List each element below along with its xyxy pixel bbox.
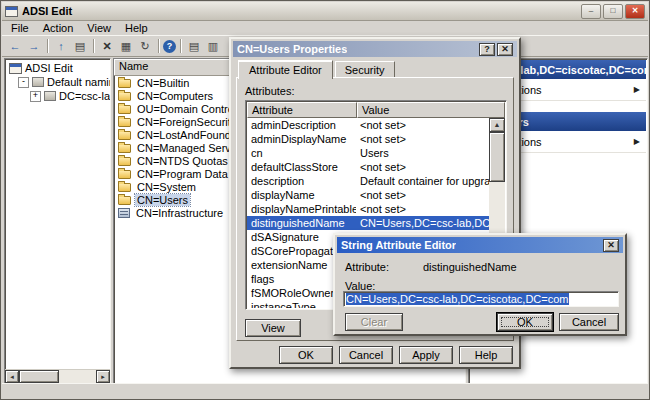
attribute-row[interactable]: adminDescription<not set> <box>247 118 489 132</box>
cancel-button[interactable]: Cancel <box>339 346 393 364</box>
attribute-name-value: distinguishedName <box>423 261 517 273</box>
attribute-label: Attribute: <box>345 261 389 273</box>
attribute-value: <not set> <box>356 202 489 216</box>
menu-file[interactable]: File <box>4 21 36 35</box>
attribute-name: displayNamePrintable <box>247 202 356 216</box>
tab-strip: Attribute Editor Security <box>238 60 397 78</box>
attribute-value: Default container for upgraded user acco… <box>356 174 489 188</box>
view-button[interactable]: View <box>245 319 301 337</box>
value-input[interactable]: CN=Users,DC=csc-lab,DC=ciscotac,DC=com <box>343 291 619 307</box>
status-bar <box>2 383 648 398</box>
adsi-edit-app-icon <box>5 6 18 17</box>
folder-icon <box>118 157 131 166</box>
string-editor-titlebar[interactable]: String Attribute Editor ✕ <box>337 237 623 253</box>
list-item-label: CN=Program Data <box>135 168 230 180</box>
properties-dialog-titlebar[interactable]: CN=Users Properties ? ✕ <box>233 41 517 57</box>
scrollbar-thumb[interactable] <box>19 370 59 383</box>
up-level-icon[interactable]: ↑ <box>52 38 70 54</box>
folder-icon <box>118 118 131 127</box>
show-tree-icon[interactable]: ▤ <box>185 38 203 54</box>
list-item-label: CN=Users <box>135 194 190 206</box>
apply-button[interactable]: Apply <box>399 346 453 364</box>
clear-button[interactable]: Clear <box>345 313 403 331</box>
dialog-close-icon[interactable]: ✕ <box>497 43 513 56</box>
properties-dialog-title: CN=Users Properties <box>237 43 347 55</box>
folder-icon <box>118 92 131 101</box>
folder-icon <box>118 79 131 88</box>
tree-horizontal-scrollbar[interactable]: ◂ ▸ <box>5 369 110 383</box>
attribute-row[interactable]: displayNamePrintable<not set> <box>247 202 489 216</box>
tree-root-adsi-edit[interactable]: ADSI Edit <box>5 61 110 75</box>
attribute-row[interactable]: descriptionDefault container for upgrade… <box>247 174 489 188</box>
cancel-button[interactable]: Cancel <box>559 313 619 331</box>
show-actions-icon[interactable]: ▥ <box>204 38 222 54</box>
attribute-name: distinguishedName <box>247 216 356 230</box>
help-icon[interactable]: ? <box>163 40 176 53</box>
attribute-value: CN=Users,DC=csc-lab,DC=ciscotac,DC=com <box>356 216 489 230</box>
attribute-row[interactable]: adminDisplayName<not set> <box>247 132 489 146</box>
attribute-row[interactable]: distinguishedNameCN=Users,DC=csc-lab,DC=… <box>247 216 489 230</box>
window-titlebar[interactable]: ADSI Edit – □ ✕ <box>2 2 648 21</box>
scroll-left-icon[interactable]: ◂ <box>5 370 19 383</box>
menu-action[interactable]: Action <box>36 21 81 35</box>
value-column-header[interactable]: Value <box>357 102 505 118</box>
infrastructure-icon <box>118 208 130 218</box>
tree-item-default-naming-context[interactable]: - Default naming con <box>5 75 110 89</box>
menu-help[interactable]: Help <box>118 21 155 35</box>
minimize-icon[interactable]: – <box>581 4 601 19</box>
close-icon[interactable]: ✕ <box>625 4 645 19</box>
folder-icon <box>118 196 131 205</box>
list-item-label: CN=LostAndFound <box>135 129 233 141</box>
toolbar-separator <box>158 39 159 53</box>
attribute-row[interactable]: defaultClassStore<not set> <box>247 160 489 174</box>
ok-button[interactable]: OK <box>497 313 553 331</box>
tab-security[interactable]: Security <box>335 61 395 78</box>
delete-icon[interactable]: ✕ <box>98 38 116 54</box>
ok-button[interactable]: OK <box>279 346 333 364</box>
folder-icon <box>118 144 131 153</box>
tab-attribute-editor[interactable]: Attribute Editor <box>238 60 333 79</box>
scrollbar-thumb[interactable] <box>489 132 505 182</box>
attributes-table-header: Attribute Value <box>247 102 505 118</box>
naming-context-icon <box>32 77 44 87</box>
properties-icon[interactable]: ▦ <box>117 38 135 54</box>
back-icon[interactable]: ← <box>6 38 24 54</box>
folder-icon <box>118 170 131 179</box>
scroll-up-icon[interactable]: ▲ <box>489 118 505 132</box>
attribute-name: adminDisplayName <box>247 132 356 146</box>
attribute-name: adminDescription <box>247 118 356 132</box>
collapse-expander-icon[interactable]: - <box>18 77 29 88</box>
forward-icon[interactable]: → <box>25 38 43 54</box>
maximize-icon[interactable]: □ <box>603 4 623 19</box>
window-controls: – □ ✕ <box>581 4 645 19</box>
tree-root-label: ADSI Edit <box>25 62 73 74</box>
dialog-close-icon[interactable]: ✕ <box>603 239 619 252</box>
scroll-right-icon[interactable]: ▸ <box>96 370 110 383</box>
attribute-value: <not set> <box>356 132 489 146</box>
attribute-column-header[interactable]: Attribute <box>247 102 357 118</box>
help-button[interactable]: Help <box>459 346 513 364</box>
expand-expander-icon[interactable]: + <box>30 91 41 102</box>
tree-item-dc-csc-lab[interactable]: + DC=csc-lab,DC <box>5 89 110 103</box>
console-icon <box>9 63 22 74</box>
more-actions-arrow-icon: ▶ <box>634 85 640 94</box>
folder-icon <box>118 131 131 140</box>
export-list-icon[interactable]: ▤ <box>71 38 89 54</box>
toolbar-separator <box>47 39 48 53</box>
attribute-row[interactable]: displayName<not set> <box>247 188 489 202</box>
list-item-label: CN=NTDS Quotas <box>135 155 230 167</box>
context-help-icon[interactable]: ? <box>479 43 495 56</box>
tree-pane: ADSI Edit - Default naming con + DC=csc-… <box>4 58 111 384</box>
attribute-name: description <box>247 174 356 188</box>
attribute-value: Users <box>356 146 489 160</box>
menu-view[interactable]: View <box>80 21 118 35</box>
refresh-icon[interactable]: ↻ <box>136 38 154 54</box>
toolbar-separator <box>93 39 94 53</box>
attribute-name: displayName <box>247 188 356 202</box>
list-item-label: CN=System <box>135 181 198 193</box>
attribute-row[interactable]: cnUsers <box>247 146 489 160</box>
attribute-name: cn <box>247 146 356 160</box>
list-item-label: CN=Builtin <box>135 77 191 89</box>
attribute-name: defaultClassStore <box>247 160 356 174</box>
toolbar-separator <box>180 39 181 53</box>
